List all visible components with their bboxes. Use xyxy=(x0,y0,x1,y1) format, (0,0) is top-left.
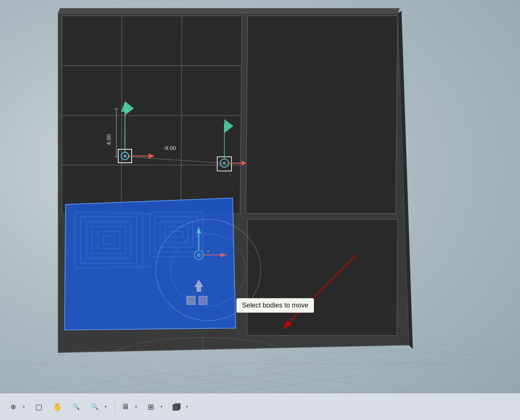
zoom-out-button[interactable]: 🔍 xyxy=(69,399,83,415)
toolbar-separator-1 xyxy=(115,400,115,414)
viewcube-dropdown[interactable]: ▾ xyxy=(183,399,190,415)
select-move-dropdown[interactable]: ▾ xyxy=(20,399,27,415)
toolbar-group-zoom-out: 🔍 xyxy=(69,399,83,415)
viewcube-button[interactable] xyxy=(169,399,183,415)
select-move-icon: ⊕ xyxy=(11,403,16,411)
pan-button[interactable]: ✋ xyxy=(50,399,65,415)
zoom-out-icon: 🔍 xyxy=(72,403,80,410)
display-mode-icon: 🖥 xyxy=(122,402,129,411)
zoom-in-button[interactable]: 🔍 xyxy=(88,399,102,415)
toolbar-group-pan: ✋ xyxy=(50,399,65,415)
display-mode-button[interactable]: 🖥 xyxy=(118,399,132,415)
grid-button[interactable]: ⊞ xyxy=(144,399,158,415)
zoom-in-dropdown[interactable]: ▾ xyxy=(102,399,109,415)
toolbar-group-box: ▢ xyxy=(32,399,46,415)
box-view-icon: ▢ xyxy=(35,402,42,411)
grid-icon: ⊞ xyxy=(148,402,154,411)
select-move-button[interactable]: ⊕ xyxy=(6,399,20,415)
viewcube-icon xyxy=(172,403,180,411)
toolbar-group-grid: ⊞ ▾ xyxy=(144,399,165,415)
box-view-button[interactable]: ▢ xyxy=(32,399,46,415)
zoom-in-icon: 🔍 xyxy=(91,403,99,410)
grid-dropdown[interactable]: ▾ xyxy=(158,399,165,415)
toolbar-group-viewcube: ▾ xyxy=(169,399,190,415)
svg-rect-76 xyxy=(173,405,178,410)
toolbar-group-zoom-in: 🔍 ▾ xyxy=(88,399,109,415)
tooltip-select-bodies: Select bodies to move xyxy=(236,298,314,313)
display-mode-dropdown[interactable]: ▾ xyxy=(132,399,139,415)
toolbar: ⊕ ▾ ▢ ✋ 🔍 🔍 ▾ 🖥 ▾ ⊞ ▾ xyxy=(0,393,520,420)
viewport xyxy=(0,0,520,420)
toolbar-group-display: 🖥 ▾ xyxy=(118,399,139,415)
pan-icon: ✋ xyxy=(53,402,62,411)
toolbar-group-select: ⊕ ▾ xyxy=(6,399,27,415)
